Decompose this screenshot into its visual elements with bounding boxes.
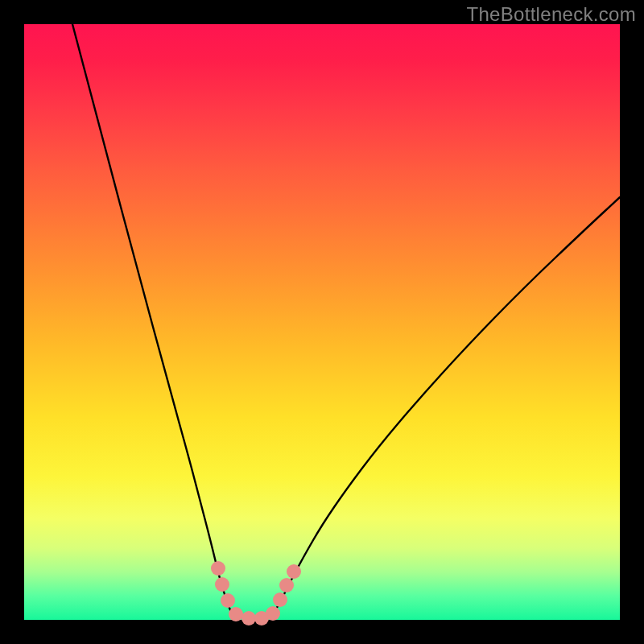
bead-marker [229,607,243,621]
plot-area [24,24,620,620]
bead-marker [279,578,294,592]
bead-marker [273,592,287,607]
chart-frame: TheBottleneck.com [0,0,644,644]
bottleneck-curves [72,24,620,618]
bead-marker [287,564,301,579]
watermark-text: TheBottleneck.com [466,3,636,26]
bottleneck-left-curve [72,24,233,616]
bead-marker [221,593,235,608]
bottleneck-right-curve [272,197,620,616]
bead-marker [242,611,256,625]
bead-marker [266,606,280,621]
bead-marker [215,577,229,592]
curve-svg [24,24,620,620]
bead-marker [211,561,225,576]
